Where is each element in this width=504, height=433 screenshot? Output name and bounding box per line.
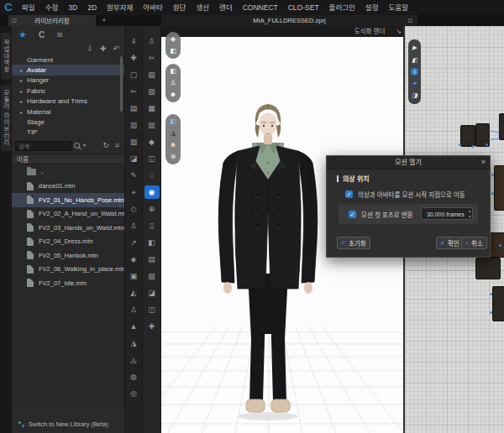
tool-icon[interactable]: ◍ [126, 370, 141, 383]
dock-icon[interactable]: ⊡ [12, 18, 17, 24]
tree-item[interactable]: ▸ Hanger [12, 76, 124, 86]
selection-dot[interactable] [472, 145, 475, 148]
selection-dot[interactable] [491, 192, 494, 195]
tool-icon[interactable]: ◉ [144, 185, 160, 199]
restore-icon[interactable]: ↘ [396, 26, 402, 37]
tool-icon[interactable]: ◬ [126, 353, 141, 367]
tool-icon[interactable]: ◆ [144, 135, 160, 149]
tree-item[interactable]: ▸ Avatar [12, 65, 124, 75]
menu-item[interactable]: 원단 [173, 0, 186, 15]
tool-icon[interactable]: ✎ [126, 169, 141, 182]
file-row[interactable]: FV2_01_No_Hands_Pose.mtn [12, 193, 124, 207]
undo-icon[interactable]: ↶ [113, 44, 119, 53]
tool-icon[interactable]: ◎ [126, 387, 141, 400]
menu-item[interactable]: 렌더 [219, 0, 233, 15]
tab-project[interactable]: MIA_FULLDRESSED.zprj ⊡ [161, 15, 417, 26]
viewport-tool-icon[interactable]: ◧ [167, 66, 179, 76]
tool-icon[interactable]: ◮ [126, 336, 141, 350]
close-icon[interactable]: × [481, 156, 486, 169]
file-row[interactable]: FV2_07_Idle.mtn [12, 276, 124, 290]
selection-dot[interactable] [490, 311, 492, 314]
pattern-tool-icon[interactable]: ▰ [409, 78, 420, 88]
pattern-piece[interactable] [492, 286, 504, 321]
expand-arrow-icon[interactable]: ▸ [20, 88, 27, 94]
tool-icon[interactable]: ▨ [126, 135, 141, 149]
tool-icon[interactable]: ♙ [144, 34, 160, 48]
viewport-tool-icon[interactable]: ♙ [167, 78, 179, 88]
search-caret-icon[interactable]: ▾ [83, 142, 86, 148]
viewport-tool-icon[interactable]: ⊕ [167, 152, 179, 162]
tool-icon[interactable]: ↗ [126, 236, 141, 249]
tool-icon[interactable]: ◫ [144, 303, 160, 316]
tree-item[interactable]: Garment [12, 55, 124, 65]
checkbox-checked[interactable]: ✓ [349, 211, 356, 218]
side-tab-modular-library[interactable]: 모듈러 라이브러리 [1, 85, 11, 151]
add-tab-button[interactable]: + [99, 15, 109, 26]
pattern-piece[interactable] [494, 165, 504, 211]
viewport-tool-icon[interactable]: ◈ [167, 34, 179, 44]
selection-dot[interactable] [499, 244, 501, 247]
selection-dot[interactable] [490, 293, 492, 295]
frames-spinner[interactable]: 30.000 frames ▴ ▾ [421, 207, 473, 220]
menu-item[interactable]: 도움말 [389, 0, 408, 15]
pattern-piece[interactable] [460, 125, 475, 147]
file-row[interactable]: FV2_03_Hands_on_Waist.mtn [12, 221, 124, 235]
tree-scrollbar[interactable] [120, 56, 123, 112]
tool-icon[interactable]: ◭ [126, 286, 141, 300]
search-input[interactable] [15, 141, 72, 151]
tool-icon[interactable]: ▣ [126, 269, 141, 283]
pattern-piece[interactable] [475, 258, 501, 279]
tree-item[interactable]: ▸ Hardware and Trims [12, 97, 124, 107]
tool-icon[interactable]: ✚ [144, 320, 160, 333]
refresh-icon[interactable]: ↻ [102, 141, 109, 149]
tool-icon[interactable]: ◪ [126, 152, 141, 165]
menu-item[interactable]: 수정 [45, 0, 59, 15]
side-tab-history[interactable]: 작업내역창 [1, 33, 11, 80]
pattern-piece[interactable] [499, 113, 504, 140]
tool-icon[interactable]: ✚ [126, 51, 141, 65]
tool-icon[interactable]: ◧ [144, 236, 160, 249]
tool-icon[interactable]: ◫ [144, 152, 160, 165]
tool-icon[interactable]: ⊕ [144, 202, 160, 216]
switch-library-link[interactable]: Switch to New Library (Beta) [29, 420, 108, 428]
tool-icon[interactable]: ▦ [144, 102, 160, 115]
tree-item[interactable]: ▸ Material [12, 107, 124, 117]
tool-icon[interactable]: ✂ [126, 85, 141, 98]
viewport-tool-icon[interactable]: ◮ [167, 128, 179, 138]
add-icon[interactable]: ✚ [100, 44, 107, 53]
tool-icon[interactable]: ◇ [126, 202, 141, 216]
trims-library-icon[interactable]: ≋ [56, 30, 63, 39]
spinner-down-icon[interactable]: ▾ [468, 214, 470, 220]
expand-arrow-icon[interactable]: ▸ [20, 67, 27, 73]
expand-arrow-icon[interactable]: ▸ [20, 77, 27, 83]
file-row[interactable]: FV2_05_Hanbok.mtn [12, 248, 124, 263]
expand-arrow-icon[interactable]: ▸ [20, 109, 27, 115]
tool-icon[interactable]: ▤ [126, 102, 141, 115]
reset-button[interactable]: ↶ 초기화 [337, 237, 370, 249]
file-row[interactable]: dance01.mtn [12, 180, 124, 194]
column-header-name[interactable]: 이름 [12, 154, 124, 164]
cancel-button[interactable]: × 취소 [461, 237, 487, 249]
viewport-tool-icon[interactable]: ◧ [167, 46, 179, 56]
tool-icon[interactable]: ▯ [144, 219, 160, 232]
tool-icon[interactable]: ▲ [126, 320, 141, 333]
tool-icon[interactable]: ▢ [126, 68, 141, 81]
selection-dot[interactable] [459, 143, 461, 146]
tool-icon[interactable]: ✂ [144, 51, 160, 65]
viewport-tool-icon[interactable]: ☻ [167, 140, 179, 150]
viewport-tool-icon[interactable]: ◧ [167, 117, 179, 127]
menu-item[interactable]: CONNECT [243, 0, 278, 15]
menu-item[interactable]: 생산 [196, 0, 209, 15]
tab-library-window[interactable]: ⊡ 라이브러리창 [8, 15, 96, 26]
pattern-tool-icon[interactable]: ◧ [409, 55, 420, 65]
tool-icon[interactable]: ⇓ [126, 34, 141, 48]
tool-icon[interactable]: ♙ [126, 219, 141, 232]
tool-icon[interactable]: ▥ [126, 118, 141, 132]
menu-item[interactable]: 원부자재 [107, 0, 133, 15]
tool-icon[interactable]: ◪ [144, 286, 160, 300]
ok-button[interactable]: ✔ 확인 [436, 237, 464, 249]
download-icon[interactable]: ⇩ [87, 44, 93, 53]
tool-icon[interactable]: ▥ [144, 118, 160, 132]
tool-icon[interactable]: ▧ [144, 85, 160, 98]
menu-item[interactable]: 설정 [365, 0, 379, 15]
